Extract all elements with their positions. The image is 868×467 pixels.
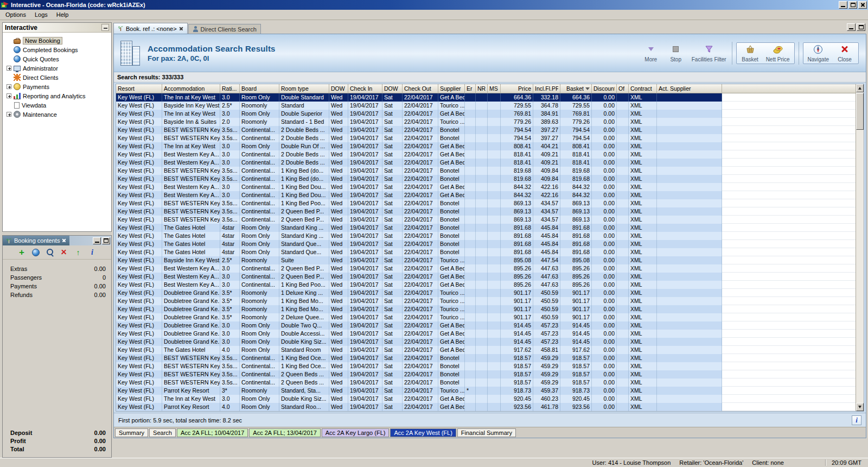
sidebar-item-completed-bookings[interactable]: Completed Bookings: [4, 45, 110, 54]
table-row[interactable]: Key West (FL)Doubletree Grand Ke...3.5*R…: [116, 305, 856, 313]
table-row[interactable]: Key West (FL)Best Western Key A...3.0Con…: [116, 159, 856, 167]
column-header[interactable]: Of: [617, 84, 629, 93]
column-header[interactable]: Basket: [560, 84, 592, 93]
sidebar-item-direct-clients[interactable]: Direct Clients: [4, 73, 110, 82]
table-row[interactable]: Key West (FL)The Gates Hotel4starRoom On…: [116, 224, 856, 232]
sidebar-item-administrator[interactable]: Administrator: [4, 64, 110, 73]
table-row[interactable]: Key West (FL)Bayside Inn Key West2.5*Roo…: [116, 102, 856, 110]
stop-button[interactable]: Stop: [663, 44, 688, 62]
maximize-button[interactable]: [848, 1, 857, 9]
scroll-down-button[interactable]: [856, 403, 864, 411]
column-header[interactable]: Check Out: [403, 84, 438, 93]
export-button[interactable]: [74, 248, 82, 257]
tab-booking-ref[interactable]: Book. ref .: <none>: [113, 23, 188, 34]
delete-button[interactable]: [60, 248, 68, 257]
column-header[interactable]: Supplier: [438, 84, 465, 93]
table-row[interactable]: Key West (FL)BEST WESTERN Key ...3.5s...…: [116, 216, 856, 224]
close-tab-icon[interactable]: [179, 27, 183, 31]
table-row[interactable]: Key West (FL)BEST WESTERN Key ...3.5s...…: [116, 175, 856, 183]
column-header[interactable]: Room type: [279, 84, 329, 93]
close-button[interactable]: [858, 1, 867, 9]
panel-minimize-button[interactable]: [93, 237, 101, 244]
table-row[interactable]: Key West (FL)The Gates Hotel4starRoom On…: [116, 232, 856, 240]
close-panel-icon[interactable]: [62, 238, 66, 243]
column-header[interactable]: Accommodation: [162, 84, 220, 93]
column-header[interactable]: Er: [465, 84, 476, 93]
tab-summary[interactable]: Summary: [115, 428, 148, 437]
column-header[interactable]: DOW: [329, 84, 348, 93]
menu-logs[interactable]: Logs: [30, 11, 52, 18]
table-row[interactable]: Key West (FL)The Gates Hotel4starRoom On…: [116, 248, 856, 256]
table-row[interactable]: Key West (FL)The Inn at Key West3.0Room …: [116, 395, 856, 403]
sidebar-item-maintenance[interactable]: Maintenance: [4, 110, 110, 119]
scroll-up-button[interactable]: [856, 84, 864, 92]
table-row[interactable]: Key West (FL)Best Western Key A...3.0Con…: [116, 264, 856, 273]
info-button[interactable]: [852, 415, 861, 425]
mdi-restore-button[interactable]: [857, 23, 865, 31]
close-results-button[interactable]: Close: [832, 44, 857, 62]
column-header[interactable]: MS: [488, 84, 501, 93]
world-button[interactable]: [31, 248, 40, 257]
expand-icon[interactable]: [7, 84, 11, 89]
tab-financial-summary[interactable]: Financial Summary: [457, 428, 516, 437]
table-row[interactable]: Key West (FL)The Inn at Key West3.0Room …: [116, 93, 856, 102]
table-row[interactable]: Key West (FL)Bayside Inn Key West2.5*Roo…: [116, 256, 856, 264]
panel-maximize-button[interactable]: [102, 237, 110, 244]
column-header[interactable]: NR: [476, 84, 488, 93]
table-row[interactable]: Key West (FL)Best Western Key A...3.0Con…: [116, 281, 856, 289]
table-row[interactable]: Key West (FL)BEST WESTERN Key ...3.5s...…: [116, 207, 856, 216]
tab-acc-fll-13-04[interactable]: Acc 2A FLL; 13/04/2017: [249, 428, 320, 437]
table-row[interactable]: Key West (FL)BEST WESTERN Key ...3.5s...…: [116, 126, 856, 134]
menu-options[interactable]: Options: [1, 11, 30, 18]
sidebar-item-viewdata[interactable]: Viewdata: [4, 100, 110, 110]
tab-acc-key-largo[interactable]: Acc 2A Key Largo (FL): [322, 428, 390, 437]
add-item-button[interactable]: [17, 248, 26, 257]
table-row[interactable]: Key West (FL)Doubletree Grand Ke...3.0Ro…: [116, 338, 856, 346]
table-row[interactable]: Key West (FL)Doubletree Grand Ke...3.5*R…: [116, 289, 856, 297]
column-header[interactable]: DOW: [382, 84, 403, 93]
expand-icon[interactable]: [7, 66, 11, 71]
scrollbar-thumb[interactable]: [856, 93, 864, 130]
table-row[interactable]: Key West (FL)Doubletree Grand Ke...3.5*R…: [116, 297, 856, 305]
sidebar-item-reporting-and-analytics[interactable]: Reporting and Analytics: [4, 91, 110, 100]
table-row[interactable]: Key West (FL)Parrot Key Resort4.0Room On…: [116, 403, 856, 411]
navigate-button[interactable]: Navigate: [805, 44, 832, 62]
expand-icon[interactable]: [7, 112, 11, 117]
tab-acc-key-west[interactable]: Acc 2A Key West (FL): [390, 428, 456, 437]
sidebar-item-quick-quotes[interactable]: Quick Quotes: [4, 54, 110, 64]
table-row[interactable]: Key West (FL)BEST WESTERN Key ...3.5s...…: [116, 370, 856, 378]
more-button[interactable]: More: [639, 44, 663, 62]
expand-icon[interactable]: [7, 93, 11, 98]
column-header[interactable]: Act. Supplier: [657, 84, 722, 93]
table-row[interactable]: Key West (FL)Doubletree Grand Ke...3.5*R…: [116, 313, 856, 321]
table-row[interactable]: Key West (FL)Best Western Key A...3.0Con…: [116, 183, 856, 191]
table-row[interactable]: Key West (FL)BEST WESTERN Key ...3.5s...…: [116, 378, 856, 387]
table-row[interactable]: Key West (FL)The Inn at Key West3.0Room …: [116, 110, 856, 118]
column-header[interactable]: Board: [240, 84, 279, 93]
search-button[interactable]: [46, 248, 54, 257]
table-row[interactable]: Key West (FL)Bayside Inn & Suites2.0Room…: [116, 118, 856, 126]
collapse-panel-button[interactable]: [101, 24, 109, 31]
table-row[interactable]: Key West (FL)The Gates Hotel4.0Room Only…: [116, 346, 856, 354]
table-row[interactable]: Key West (FL)The Gates Hotel4starRoom On…: [116, 240, 856, 248]
table-row[interactable]: Key West (FL)Best Western Key A...3.0Con…: [116, 273, 856, 281]
menu-help[interactable]: Help: [52, 11, 73, 18]
table-row[interactable]: Key West (FL)BEST WESTERN Key ...3.5s...…: [116, 167, 856, 175]
table-row[interactable]: Key West (FL)BEST WESTERN Key ...3.5s...…: [116, 199, 856, 207]
table-row[interactable]: Key West (FL)Doubletree Grand Ke...3.0Ro…: [116, 330, 856, 338]
column-header[interactable]: Discount: [592, 84, 617, 93]
tab-direct-clients-search[interactable]: Direct Clients Search: [188, 24, 261, 34]
table-row[interactable]: Key West (FL)Parrot Key Resort3*Roomonly…: [116, 387, 856, 395]
column-header[interactable]: Contract: [629, 84, 657, 93]
column-header[interactable]: Check In: [348, 84, 382, 93]
minimize-button[interactable]: [839, 1, 847, 9]
sidebar-item-new-booking[interactable]: New Booking: [4, 36, 110, 45]
basket-button[interactable]: Basket: [738, 44, 763, 62]
info-button[interactable]: [88, 248, 97, 257]
tab-search[interactable]: Search: [149, 428, 176, 437]
mdi-minimize-button[interactable]: [847, 23, 856, 31]
table-row[interactable]: Key West (FL)The Inn at Key West3.0Room …: [116, 142, 856, 150]
table-row[interactable]: Key West (FL)Best Western Key A...3.0Con…: [116, 191, 856, 199]
column-header[interactable]: Resort: [116, 84, 162, 93]
booking-contents-tab[interactable]: Booking contents: [3, 236, 69, 245]
